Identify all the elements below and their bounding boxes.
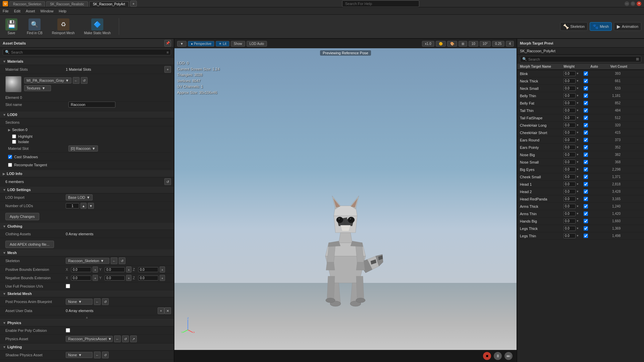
- morph-auto-checkbox-14[interactable]: [584, 175, 588, 179]
- morph-auto-checkbox-9[interactable]: [584, 138, 588, 142]
- morph-weight-input-0[interactable]: [564, 71, 576, 76]
- grid-btn[interactable]: ⊞: [459, 41, 467, 47]
- texture-type-dropdown[interactable]: Textures ▼: [24, 85, 51, 91]
- pos-x-up[interactable]: ▲: [93, 266, 98, 273]
- show-btn[interactable]: Show: [231, 41, 245, 47]
- morph-auto-checkbox-5[interactable]: [584, 108, 588, 113]
- add-apex-clothing-button[interactable]: Add APEX clothing file...: [5, 241, 54, 248]
- asset-user-data-del[interactable]: ✕: [164, 307, 171, 314]
- morph-search-input[interactable]: [528, 57, 635, 61]
- morph-weight-input-20[interactable]: [564, 219, 576, 224]
- morph-weight-arrow-2[interactable]: ▼: [576, 87, 579, 90]
- morph-weight-input-6[interactable]: [564, 115, 576, 120]
- morph-weight-arrow-4[interactable]: ▼: [576, 102, 579, 105]
- morph-weight-arrow-3[interactable]: ▼: [576, 94, 579, 97]
- morph-weight-arrow-19[interactable]: ▼: [576, 212, 579, 215]
- morph-weight-arrow-21[interactable]: ▼: [576, 227, 579, 230]
- lod-auto-btn[interactable]: LOD Auto: [247, 41, 267, 47]
- morph-weight-input-4[interactable]: [564, 101, 576, 106]
- apply-changes-button[interactable]: Apply Changes: [5, 213, 39, 220]
- morph-auto-checkbox-3[interactable]: [584, 94, 588, 98]
- morph-weight-input-9[interactable]: [564, 137, 576, 142]
- fov2-btn[interactable]: 10°: [480, 41, 491, 47]
- physics-section-header[interactable]: ▼ Physics: [0, 319, 174, 326]
- morph-auto-checkbox-16[interactable]: [584, 189, 588, 194]
- morph-weight-arrow-8[interactable]: ▼: [576, 131, 579, 134]
- physics-asset-dropdown[interactable]: Raccoon_PhysicsAsset ▼: [66, 336, 113, 342]
- save-button[interactable]: 💾 Save: [3, 17, 20, 36]
- search-for-help-input[interactable]: [342, 0, 419, 7]
- next-frame-btn[interactable]: ⏭: [504, 352, 513, 360]
- find-in-cb-button[interactable]: 🔍 Find in CB: [24, 17, 45, 36]
- highlight-checkbox[interactable]: [12, 134, 16, 138]
- morph-weight-arrow-10[interactable]: ▼: [576, 146, 579, 149]
- enable-per-poly-checkbox[interactable]: [66, 328, 70, 333]
- morph-weight-arrow-22[interactable]: ▼: [576, 234, 579, 237]
- tab-sk-raccoon-polyart[interactable]: SK_Raccoon_PolyArt: [89, 1, 129, 7]
- morph-weight-arrow-6[interactable]: ▼: [576, 116, 579, 119]
- morph-auto-checkbox-11[interactable]: [584, 153, 588, 157]
- morph-auto-checkbox-22[interactable]: [584, 234, 588, 238]
- skeleton-dropdown[interactable]: Raccoon_Skeleton ▼: [66, 258, 109, 264]
- mesh-section-header[interactable]: ▼ Mesh: [0, 249, 174, 256]
- arrow-down-btn[interactable]: ▼: [177, 41, 186, 47]
- morph-weight-input-10[interactable]: [564, 145, 576, 150]
- lod-import-dropdown[interactable]: Base LOD ▼: [66, 194, 93, 200]
- neg-x-up[interactable]: ▲: [93, 275, 98, 281]
- post-process-arrow[interactable]: ←: [94, 298, 101, 305]
- morph-weight-input-19[interactable]: [564, 211, 576, 216]
- post-process-refresh[interactable]: ↺: [102, 298, 109, 305]
- morph-weight-arrow-14[interactable]: ▼: [576, 175, 579, 178]
- perspective-btn[interactable]: ● Perspective: [188, 41, 214, 47]
- morph-weight-arrow-9[interactable]: ▼: [576, 138, 579, 141]
- morph-weight-arrow-0[interactable]: ▼: [576, 72, 579, 75]
- morph-weight-arrow-15[interactable]: ▼: [576, 183, 579, 186]
- lod0-section-header[interactable]: ▼ LOD0: [0, 111, 174, 118]
- pos-x-input[interactable]: [71, 267, 91, 272]
- viewport-background[interactable]: LOD: 0 Current Screen Size: 1.24 Triangl…: [174, 48, 517, 350]
- morph-auto-checkbox-17[interactable]: [584, 197, 588, 201]
- isolate-checkbox[interactable]: [12, 140, 16, 144]
- morph-auto-checkbox-6[interactable]: [584, 116, 588, 120]
- menu-asset[interactable]: Asset: [26, 9, 35, 13]
- morph-weight-arrow-18[interactable]: ▼: [576, 205, 579, 208]
- morph-weight-input-15[interactable]: [564, 182, 576, 187]
- morph-auto-checkbox-10[interactable]: [584, 145, 588, 149]
- pos-z-up[interactable]: ▲: [160, 266, 165, 273]
- morph-auto-checkbox-12[interactable]: [584, 160, 588, 164]
- morph-weight-arrow-17[interactable]: ▼: [576, 197, 579, 200]
- lighting-btn2[interactable]: 🎨: [447, 41, 457, 47]
- morph-weight-input-1[interactable]: [564, 78, 576, 83]
- morph-weight-input-17[interactable]: [564, 196, 576, 201]
- skeleton-tab-btn[interactable]: 🦴 Skeleton: [560, 22, 588, 31]
- full-precision-checkbox[interactable]: [66, 284, 70, 288]
- nearclip-btn[interactable]: 0.25: [492, 41, 504, 47]
- neg-y-up[interactable]: ▲: [126, 275, 131, 281]
- morph-auto-checkbox-13[interactable]: [584, 167, 588, 172]
- morph-auto-checkbox-8[interactable]: [584, 130, 588, 135]
- mesh-tab-btn[interactable]: 🐾 Mesh: [590, 22, 612, 31]
- morph-weight-input-22[interactable]: [564, 233, 576, 238]
- tab-sk-raccoon-realistic[interactable]: SK_Raccoon_Realistic: [46, 1, 88, 7]
- maximize-btn[interactable]: □: [631, 1, 635, 6]
- lod0-material-slot-dropdown[interactable]: [0] Raccoon ▼: [68, 145, 98, 152]
- scale-btn[interactable]: x1.0: [422, 41, 434, 47]
- morph-auto-checkbox-0[interactable]: [584, 71, 588, 76]
- slot-name-input[interactable]: [68, 102, 115, 108]
- morph-auto-checkbox-19[interactable]: [584, 212, 588, 216]
- menu-help[interactable]: Help: [59, 9, 66, 13]
- fov-btn[interactable]: 10: [469, 41, 478, 47]
- neg-z-up[interactable]: ▲: [160, 275, 165, 281]
- shadow-physics-refresh[interactable]: ↺: [102, 352, 109, 358]
- skeleton-arrow-btn[interactable]: ←: [111, 257, 117, 264]
- pos-z-input[interactable]: [138, 267, 158, 272]
- morph-weight-arrow-16[interactable]: ▼: [576, 190, 579, 193]
- morph-weight-input-2[interactable]: [564, 86, 576, 91]
- pin-btn[interactable]: 📌: [164, 40, 171, 47]
- lighting-section-header[interactable]: ▼ Lighting: [0, 344, 174, 351]
- morph-auto-checkbox-20[interactable]: [584, 219, 588, 223]
- morph-weight-input-11[interactable]: [564, 152, 576, 157]
- neg-y-input[interactable]: [105, 276, 125, 281]
- morph-weight-input-18[interactable]: [564, 204, 576, 209]
- morph-weight-input-8[interactable]: [564, 130, 576, 135]
